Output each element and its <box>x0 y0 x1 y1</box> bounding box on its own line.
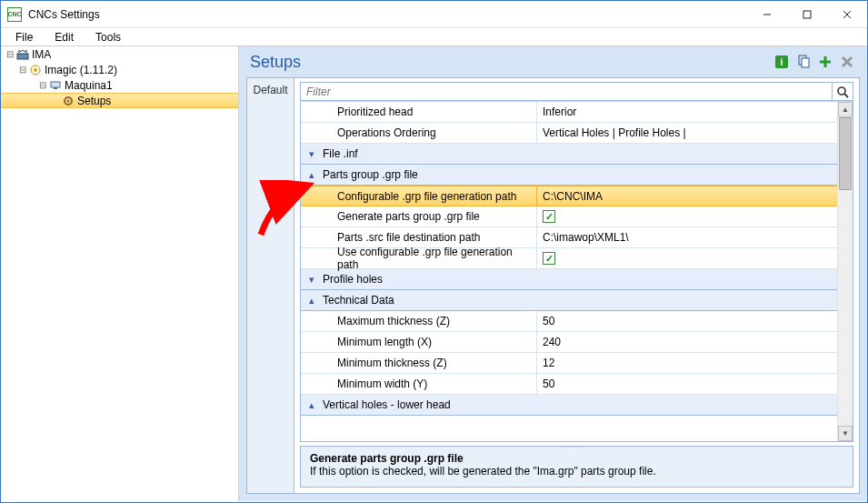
tree-label: IMA <box>32 48 51 61</box>
row-min-thickness[interactable]: Minimum thickness (Z) 12 <box>301 353 837 374</box>
add-button[interactable] <box>816 53 834 71</box>
help-body: If this option is checked, will be gener… <box>310 465 843 478</box>
tree-label: Imagic (1.11.2) <box>45 64 117 76</box>
svg-rect-7 <box>51 82 60 87</box>
delete-button[interactable] <box>838 53 856 71</box>
property-grid: Prioritized head Inferior Operations Ord… <box>300 102 853 442</box>
row-prioritized-head[interactable]: Prioritized head Inferior <box>301 102 837 123</box>
svg-point-19 <box>838 87 845 95</box>
property-label: Configurable .grp file generation path <box>301 186 537 206</box>
tree-label: Setups <box>77 95 111 107</box>
property-label: Minimum width (Y) <box>301 374 537 394</box>
group-label: File .inf <box>323 147 358 160</box>
tree-label: Maquina1 <box>65 79 113 92</box>
svg-text:i: i <box>780 56 783 67</box>
property-label: Operations Ordering <box>301 123 537 143</box>
chevron-up-icon: ▴ <box>301 295 323 307</box>
property-value[interactable]: 12 <box>537 353 837 373</box>
module-icon <box>28 63 43 77</box>
menu-edit[interactable]: Edit <box>44 29 85 45</box>
group-parts-grp[interactable]: ▴ Parts group .grp file <box>301 165 837 186</box>
property-value[interactable]: ✓ <box>537 206 837 226</box>
chevron-down-icon: ▾ <box>301 148 323 160</box>
chevron-up-icon: ▴ <box>301 169 323 181</box>
maximize-button[interactable] <box>787 1 827 28</box>
info-button[interactable]: i <box>773 53 791 71</box>
factory-icon <box>15 47 30 62</box>
checkbox-checked-icon[interactable]: ✓ <box>543 252 555 265</box>
svg-rect-14 <box>802 58 809 67</box>
row-configurable-grp-path[interactable]: Configurable .grp file generation path C… <box>301 186 837 206</box>
collapse-icon[interactable]: ⊟ <box>17 65 28 75</box>
collapse-icon[interactable]: ⊟ <box>37 80 48 90</box>
svg-rect-8 <box>54 87 57 89</box>
filter-input[interactable] <box>300 82 832 101</box>
tree-node-setups[interactable]: Setups <box>1 93 238 108</box>
svg-rect-1 <box>803 11 811 18</box>
property-label: Minimum thickness (Z) <box>301 353 537 373</box>
row-generate-grp[interactable]: Generate parts group .grp file ✓ <box>301 206 837 227</box>
machine-icon <box>48 78 63 93</box>
property-label: Minimum length (X) <box>301 332 537 352</box>
collapse-icon[interactable]: ⊟ <box>5 49 15 59</box>
property-value[interactable]: 240 <box>537 332 837 352</box>
help-title: Generate parts group .grp file <box>310 452 843 465</box>
app-icon: CNC <box>7 7 22 22</box>
property-label: Use configurable .grp file generation pa… <box>301 248 537 268</box>
property-value[interactable]: C:\imawop\XML1\ <box>537 227 837 247</box>
property-label: Parts .src file destination path <box>301 227 537 247</box>
chevron-up-icon: ▴ <box>301 399 323 411</box>
menu-tools[interactable]: Tools <box>85 29 132 45</box>
window-title: CNCs Settings <box>28 8 747 21</box>
group-label: Parts group .grp file <box>323 168 418 181</box>
property-value[interactable]: C:\CNC\IMA <box>537 186 837 206</box>
svg-rect-4 <box>17 54 28 59</box>
svg-point-6 <box>34 68 37 72</box>
svg-line-20 <box>844 94 848 97</box>
property-value[interactable]: Vertical Holes | Profile Holes | <box>537 123 837 143</box>
property-value[interactable]: ✓ <box>537 248 837 268</box>
tree-node-imagic[interactable]: ⊟ Imagic (1.11.2) <box>1 62 238 77</box>
main-panel: Setups i Default <box>239 46 867 501</box>
menubar: File Edit Tools <box>1 28 867 46</box>
row-max-thickness[interactable]: Maximum thickness (Z) 50 <box>301 311 837 332</box>
sidebar: ⊟ IMA ⊟ Imagic (1.11.2) ⊟ Maquina1 Setup… <box>1 46 239 501</box>
property-value[interactable]: Inferior <box>537 102 837 122</box>
property-label: Maximum thickness (Z) <box>301 311 537 331</box>
row-operations-ordering[interactable]: Operations Ordering Vertical Holes | Pro… <box>301 123 837 144</box>
copy-button[interactable] <box>794 53 813 71</box>
svg-point-10 <box>67 99 70 102</box>
search-button[interactable] <box>832 82 853 101</box>
tab-default[interactable]: Default <box>247 78 294 493</box>
minimize-button[interactable] <box>747 1 787 28</box>
group-profile-holes[interactable]: ▾ Profile holes <box>301 269 837 290</box>
row-use-configurable-path[interactable]: Use configurable .grp file generation pa… <box>301 248 837 269</box>
property-label: Generate parts group .grp file <box>301 206 537 226</box>
group-file-inf[interactable]: ▾ File .inf <box>301 144 837 165</box>
row-min-length[interactable]: Minimum length (X) 240 <box>301 332 837 353</box>
chevron-down-icon: ▾ <box>301 274 323 286</box>
property-value[interactable]: 50 <box>537 311 837 331</box>
scrollbar-thumb[interactable] <box>839 117 852 190</box>
gear-icon <box>61 94 75 108</box>
close-button[interactable] <box>827 1 867 28</box>
tree-node-maquina1[interactable]: ⊟ Maquina1 <box>1 77 238 93</box>
titlebar: CNC CNCs Settings <box>1 1 867 28</box>
scroll-up-icon[interactable]: ▲ <box>838 102 853 117</box>
scroll-down-icon[interactable]: ▼ <box>838 426 853 441</box>
checkbox-checked-icon[interactable]: ✓ <box>543 210 555 223</box>
vertical-scrollbar[interactable]: ▲ ▼ <box>837 102 853 441</box>
page-title: Setups <box>250 53 769 72</box>
group-vertical-holes-lower[interactable]: ▴ Vertical holes - lower head <box>301 395 837 416</box>
group-label: Technical Data <box>323 294 394 307</box>
resize-grip-icon[interactable]: :::::::: <box>562 444 593 448</box>
property-label: Prioritized head <box>301 102 537 122</box>
row-min-width[interactable]: Minimum width (Y) 50 <box>301 374 837 395</box>
help-panel: :::::::: Generate parts group .grp file … <box>300 446 853 488</box>
group-technical-data[interactable]: ▴ Technical Data <box>301 290 837 311</box>
group-label: Vertical holes - lower head <box>323 398 451 411</box>
menu-file[interactable]: File <box>5 29 44 45</box>
group-label: Profile holes <box>323 273 383 286</box>
property-value[interactable]: 50 <box>537 374 837 394</box>
tree-node-ima[interactable]: ⊟ IMA <box>1 46 238 62</box>
